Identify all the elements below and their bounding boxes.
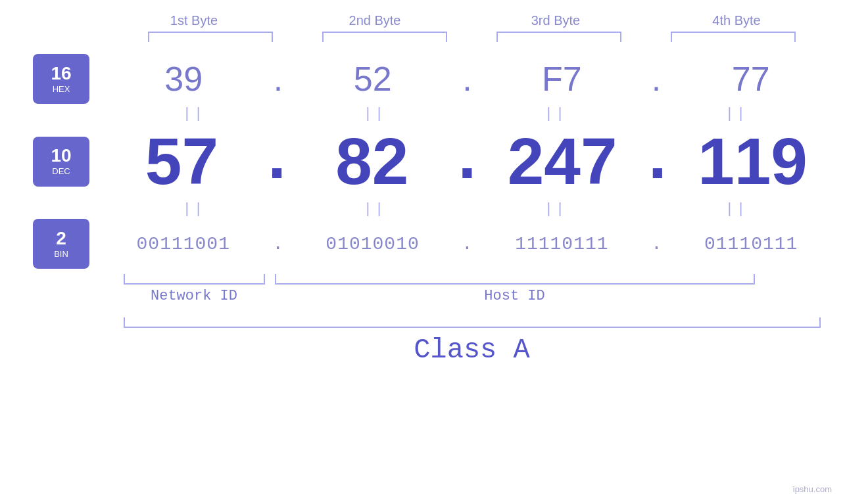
dec-row: 10 DEC 57 . 82 . 247 . 119 bbox=[0, 124, 845, 199]
bracket-top-2 bbox=[322, 32, 447, 42]
byte-label-2: 2nd Byte bbox=[302, 13, 447, 28]
dot-dec-2: . bbox=[458, 122, 477, 188]
dec-val-4: 119 bbox=[698, 124, 808, 199]
pipe-4: || bbox=[664, 106, 809, 122]
hex-byte-1: 39 bbox=[111, 59, 256, 99]
hex-val-1: 39 bbox=[164, 59, 203, 99]
bin-byte-2: 01010010 bbox=[301, 234, 445, 254]
top-brackets bbox=[124, 32, 821, 42]
bin-val-3: 11110111 bbox=[515, 234, 608, 254]
pipe-dec-bin-3: || bbox=[483, 201, 628, 218]
id-labels-row: Network ID Host ID bbox=[124, 288, 821, 304]
hex-base-number: 16 bbox=[51, 64, 71, 83]
dot-hex-1: . bbox=[274, 59, 283, 99]
bracket-top-3 bbox=[496, 32, 621, 42]
byte-label-3: 3rd Byte bbox=[483, 13, 628, 28]
bin-byte-3: 11110111 bbox=[489, 234, 634, 254]
pipe-1: || bbox=[122, 106, 266, 122]
dec-byte-4: 119 bbox=[681, 124, 825, 199]
dec-byte-2: 82 bbox=[300, 124, 445, 199]
watermark: ipshu.com bbox=[793, 484, 832, 494]
dot-bin-2: . bbox=[462, 234, 473, 254]
hex-val-2: 52 bbox=[354, 59, 392, 99]
pipe-dec-bin-1: || bbox=[122, 201, 266, 218]
hex-byte-3: F7 bbox=[489, 59, 634, 99]
dec-val-2: 82 bbox=[335, 124, 408, 199]
hex-badge: 16 HEX bbox=[33, 54, 89, 104]
network-id-label: Network ID bbox=[124, 288, 265, 304]
dot-hex-2: . bbox=[462, 59, 471, 99]
bin-byte-1: 00111001 bbox=[111, 234, 256, 254]
bin-values: 00111001 . 01010010 . 11110111 . 0111011… bbox=[89, 234, 845, 254]
hex-val-4: 77 bbox=[732, 59, 770, 99]
dec-base-name: DEC bbox=[52, 166, 70, 176]
bin-byte-4: 01110111 bbox=[679, 234, 823, 254]
bin-base-number: 2 bbox=[56, 229, 66, 248]
hex-byte-2: 52 bbox=[301, 59, 445, 99]
full-bracket-area bbox=[124, 317, 821, 328]
main-container: 1st Byte 2nd Byte 3rd Byte 4th Byte 16 H… bbox=[0, 0, 845, 504]
host-id-label: Host ID bbox=[275, 288, 755, 304]
pipe-dec-bin-4: || bbox=[664, 201, 809, 218]
network-bracket bbox=[124, 274, 265, 285]
byte-label-1: 1st Byte bbox=[122, 13, 266, 28]
hex-values: 39 . 52 . F7 . 77 bbox=[89, 59, 845, 99]
bracket-top-1 bbox=[148, 32, 273, 42]
full-bracket bbox=[124, 317, 821, 328]
pipes-dec-bin: || || || || bbox=[104, 199, 827, 219]
bin-val-1: 00111001 bbox=[137, 234, 230, 254]
dec-byte-3: 247 bbox=[490, 124, 635, 199]
host-bracket bbox=[275, 274, 755, 285]
bottom-brackets bbox=[124, 274, 821, 285]
hex-val-3: F7 bbox=[542, 59, 582, 99]
bin-val-2: 01010010 bbox=[326, 234, 419, 254]
byte-headers: 1st Byte 2nd Byte 3rd Byte 4th Byte bbox=[104, 13, 827, 28]
dec-byte-1: 57 bbox=[109, 124, 254, 199]
hex-row: 16 HEX 39 . 52 . F7 . 77 bbox=[0, 54, 845, 104]
pipe-2: || bbox=[302, 106, 447, 122]
pipe-dec-bin-2: || bbox=[302, 201, 447, 218]
bin-row: 2 BIN 00111001 . 01010010 . 11110111 . 0… bbox=[0, 219, 845, 269]
pipe-3: || bbox=[483, 106, 628, 122]
class-label: Class A bbox=[124, 334, 821, 366]
dot-dec-3: . bbox=[648, 122, 667, 188]
byte-label-4: 4th Byte bbox=[664, 13, 809, 28]
dec-val-1: 57 bbox=[145, 124, 218, 199]
dot-bin-3: . bbox=[651, 234, 662, 254]
dec-values: 57 . 82 . 247 . 119 bbox=[89, 124, 845, 199]
dot-dec-1: . bbox=[268, 122, 286, 188]
dec-val-3: 247 bbox=[508, 124, 617, 199]
dec-base-number: 10 bbox=[51, 147, 71, 165]
dot-hex-3: . bbox=[652, 59, 661, 99]
hex-base-name: HEX bbox=[53, 84, 70, 94]
dec-badge: 10 DEC bbox=[33, 137, 89, 187]
hex-byte-4: 77 bbox=[679, 59, 823, 99]
bracket-top-4 bbox=[671, 32, 796, 42]
bin-badge: 2 BIN bbox=[33, 219, 89, 269]
dot-bin-1: . bbox=[272, 234, 283, 254]
bin-base-name: BIN bbox=[54, 249, 68, 259]
bin-val-4: 01110111 bbox=[704, 234, 798, 254]
